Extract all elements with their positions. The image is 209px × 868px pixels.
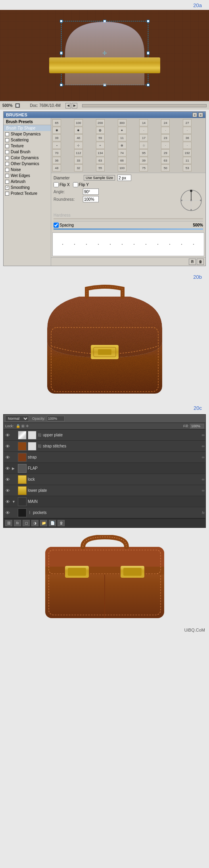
brush-cell-r4c7[interactable]: · [183,142,192,149]
brush-cell-63[interactable]: 63 [96,157,105,164]
brush-cell-46[interactable]: 46 [74,134,83,141]
layer-adj-btn[interactable]: ◑ [31,520,38,526]
nav-right[interactable]: ▶ [72,103,77,108]
brush-cell-17[interactable]: 17 [139,134,148,141]
panel-new-btn[interactable]: 🖹 [189,259,196,265]
spacing-checkbox[interactable] [54,223,59,228]
brush-cell-r4c2[interactable]: ⊹ [74,142,83,149]
brush-cell-33[interactable]: 33 [74,157,83,164]
brush-cell-23[interactable]: 23 [161,134,170,141]
hardness-slider[interactable] [54,218,203,219]
brush-cell-100[interactable]: 100 [74,119,83,126]
roundness-input[interactable] [83,196,99,202]
other-dynamics-checkbox[interactable] [5,162,9,166]
spacing-slider[interactable] [54,228,203,230]
wet-edges-checkbox[interactable] [5,174,9,178]
brush-cell-200[interactable]: 200 [96,119,105,126]
shape-dynamics-item[interactable]: Shape Dynamics [4,131,51,137]
brush-cell-29[interactable]: 29 [161,149,170,156]
brush-cell-74[interactable]: 74 [118,149,127,156]
smoothing-checkbox[interactable] [5,186,9,190]
layer-group-btn[interactable]: 📁 [40,520,47,526]
wet-edges-item[interactable]: Wet Edges [4,173,51,179]
brush-cell-14[interactable]: 14 [139,119,148,126]
flip-x-checkbox[interactable] [54,182,59,187]
noise-checkbox[interactable] [5,168,9,172]
layer-strap-stitches[interactable]: 👁 ⛓ strap stitches ∞ [4,441,205,452]
flip-y-checkbox[interactable] [73,182,78,187]
layer-main-group[interactable]: 👁 ▼ MAIN [4,496,205,507]
brush-cell-r4c4[interactable]: ⊕ [118,142,127,149]
eye-strap-stitches[interactable]: 👁 [4,443,11,449]
brush-cell-r2c1[interactable]: ✱ [52,127,61,134]
brush-cell-36b[interactable]: 36 [52,157,61,164]
eye-upper-plate[interactable]: 👁 [4,432,11,438]
panel-close-btn[interactable]: × [198,112,203,117]
nav-left[interactable]: ◀ [65,103,71,108]
smoothing-item[interactable]: Smoothing [4,185,51,190]
lock-pixel-icon[interactable]: ⊞ [21,424,25,428]
brush-cell-59[interactable]: 59 [96,134,105,141]
shape-dynamics-checkbox[interactable] [5,132,9,136]
lock-icon[interactable]: 🔒 [16,424,20,428]
brush-cell-48[interactable]: 48 [52,164,61,171]
brush-cell-300[interactable]: 300 [118,119,127,126]
flip-y-item[interactable]: Flip Y [73,182,89,187]
brush-cell-39b[interactable]: 39 [139,157,148,164]
brush-cell-27[interactable]: 27 [183,119,192,126]
brush-cell-50[interactable]: 50 [161,164,170,171]
scattering-item[interactable]: Scattering [4,137,51,143]
brush-cell-75[interactable]: 75 [139,164,148,171]
brush-cell-100b[interactable]: 100 [118,164,127,171]
panel-delete-btn[interactable]: 🗑 [197,259,204,265]
layer-delete-btn[interactable]: 🗑 [58,520,65,526]
eye-lower-plate[interactable]: 👁 [4,487,11,494]
scattering-checkbox[interactable] [5,138,9,142]
color-dynamics-checkbox[interactable] [5,156,9,160]
brush-cell-39[interactable]: 39 [52,134,61,141]
brush-cell-r2c7[interactable]: · [183,127,192,134]
brush-cell-r4c6[interactable]: · [161,142,170,149]
panel-collapse-btn[interactable]: » [192,112,197,117]
brush-cell-11[interactable]: 11 [118,134,127,141]
brush-cell-24[interactable]: 24 [161,119,170,126]
size-input[interactable] [117,175,131,181]
nav-arrows[interactable]: ◀ ▶ [65,103,77,108]
layer-new-btn[interactable]: 📄 [49,520,56,526]
layer-pockets[interactable]: 👁 I pockets fx [4,507,205,518]
brush-cell-55[interactable]: 55 [96,164,105,171]
brush-cell-36[interactable]: 36 [183,134,192,141]
flip-x-item[interactable]: Flip X [54,182,70,187]
brush-cell-65[interactable]: 65 [52,119,61,126]
brush-cell-r4c3[interactable]: + [96,142,105,149]
texture-item[interactable]: Texture [4,143,51,149]
brush-cell-r2c2[interactable]: ✸ [74,127,83,134]
brush-cell-r2c3[interactable]: ✿ [96,127,105,134]
brush-cell-53[interactable]: 53 [183,164,192,171]
layer-strap[interactable]: 👁 strap ∞ [4,452,205,463]
brush-cell-63b[interactable]: 63 [161,157,170,164]
opacity-input[interactable] [47,416,65,421]
expand-flap[interactable]: ▶ [12,466,17,470]
layer-mask-btn[interactable]: ◻ [23,520,30,526]
protect-texture-item[interactable]: Protect Texture [4,190,51,196]
airbrush-item[interactable]: Airbrush [4,179,51,185]
layer-lock[interactable]: 👁 lock ∞ [4,474,205,485]
protect-texture-checkbox[interactable] [5,192,9,196]
brush-cell-r4c1[interactable]: ⋆ [52,142,61,149]
dual-brush-item[interactable]: Dual Brush [4,149,51,155]
brush-cell-95[interactable]: 95 [139,149,148,156]
brush-cell-112[interactable]: 112 [74,149,83,156]
eye-pockets[interactable]: 👁 [4,510,11,516]
layer-flap-group[interactable]: 👁 ▶ FLAP [4,463,205,474]
brush-cell-32[interactable]: 32 [74,164,83,171]
color-dynamics-item[interactable]: Color Dynamics [4,155,51,161]
eye-main[interactable]: 👁 [4,499,11,505]
layer-lower-plate[interactable]: 👁 lower plate ∞ [4,485,205,496]
brush-cell-70[interactable]: 70 [52,149,61,156]
expand-main[interactable]: ▼ [12,500,17,504]
use-sample-size-btn[interactable]: Use Sample Size [84,175,115,181]
brush-cell-r2c5[interactable]: · [139,127,148,134]
other-dynamics-item[interactable]: Other Dynamics [4,161,51,167]
brush-cell-11b[interactable]: 11 [183,157,192,164]
